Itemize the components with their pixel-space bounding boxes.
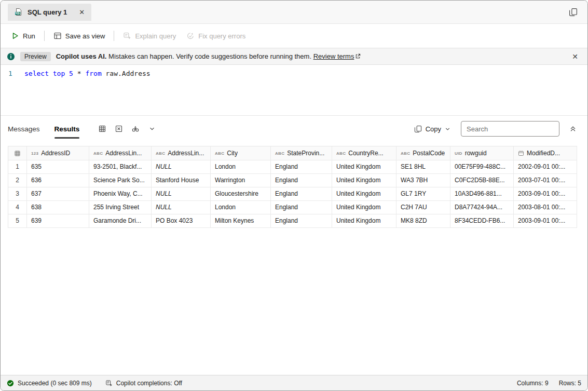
table-cell[interactable]: London — [211, 160, 271, 174]
guid-type-icon: UID — [455, 147, 462, 160]
table-cell[interactable]: 255 Irving Street — [89, 201, 152, 214]
copilot-completions-text: Copilot completions: Off — [116, 380, 182, 387]
table-cell[interactable]: United Kingdom — [332, 160, 396, 174]
table-cell[interactable]: London — [211, 201, 271, 214]
table-cell[interactable]: NULL — [152, 187, 211, 201]
table-cell[interactable]: 2003-08-01 00:... — [514, 201, 577, 214]
text-type-icon: ABC — [156, 147, 165, 160]
column-header[interactable]: ABCAddressLin... — [89, 146, 152, 160]
table-cell[interactable]: 635 — [27, 160, 89, 174]
run-button[interactable]: Run — [6, 29, 40, 43]
external-link-icon[interactable] — [355, 53, 361, 59]
column-header[interactable]: ABCPostalCode — [396, 146, 450, 160]
success-check-icon — [7, 380, 14, 387]
save-as-view-button[interactable]: Save as view — [48, 29, 111, 43]
table-cell[interactable]: 639 — [27, 214, 89, 228]
toolbar-divider — [44, 31, 45, 41]
column-header-label: City — [227, 147, 238, 160]
column-header[interactable]: 123AddressID — [27, 146, 89, 160]
table-cell[interactable]: United Kingdom — [332, 187, 396, 201]
table-cell[interactable]: C2H 7AU — [396, 201, 450, 214]
tab-sql-query[interactable]: SQL SQL query 1 ✕ — [8, 4, 91, 21]
column-header[interactable]: ABCAddressLin... — [152, 146, 211, 160]
table-cell[interactable]: England — [271, 201, 332, 214]
table-cell[interactable]: 00E75F99-488C... — [450, 160, 514, 174]
column-header[interactable]: ModifiedD... — [514, 146, 577, 160]
tab-close-icon[interactable]: ✕ — [79, 8, 85, 16]
row-number[interactable]: 5 — [8, 214, 27, 228]
table-cell[interactable]: PO Box 4023 — [152, 214, 211, 228]
table-cell[interactable]: Warrington — [211, 174, 271, 187]
table-cell[interactable]: Phoenix Way, C... — [89, 187, 152, 201]
row-number[interactable]: 2 — [8, 174, 27, 187]
tab-messages[interactable]: Messages — [8, 116, 40, 142]
results-toolbar: Messages Results Copy — [1, 116, 587, 142]
column-header[interactable]: ABCCity — [211, 146, 271, 160]
column-header[interactable]: UIDrowguid — [450, 146, 514, 160]
status-text: Succeeded (0 sec 809 ms) — [18, 380, 92, 387]
table-cell[interactable]: England — [271, 214, 332, 228]
sql-file-icon: SQL — [15, 8, 23, 16]
tab-bar: SQL SQL query 1 ✕ — [1, 1, 587, 24]
table-cell[interactable]: 636 — [27, 174, 89, 187]
row-number[interactable]: 3 — [8, 187, 27, 201]
select-all-grid-icon[interactable] — [8, 146, 27, 160]
results-grid-area: 123AddressIDABCAddressLin...ABCAddressLi… — [1, 142, 587, 375]
table-cell[interactable]: 8F34CEDD-FB6... — [450, 214, 514, 228]
row-number[interactable]: 1 — [8, 160, 27, 174]
table-row[interactable]: 5639Garamonde Dri...PO Box 4023Milton Ke… — [8, 214, 577, 228]
column-header[interactable]: ABCStateProvin... — [271, 146, 332, 160]
table-cell[interactable]: C0FC2D5B-88E... — [450, 174, 514, 187]
table-cell[interactable]: 93-2501, Blackf... — [89, 160, 152, 174]
table-cell[interactable]: NULL — [152, 201, 211, 214]
table-cell[interactable]: United Kingdom — [332, 174, 396, 187]
table-cell[interactable]: SE1 8HL — [396, 160, 450, 174]
save-as-view-label: Save as view — [65, 32, 105, 40]
row-number[interactable]: 4 — [8, 201, 27, 214]
table-row[interactable]: 4638255 Irving StreetNULLLondonEnglandUn… — [8, 201, 577, 214]
copilot-completions-item[interactable]: Copilot completions: Off — [105, 380, 182, 387]
table-cell[interactable]: D8A77424-94A... — [450, 201, 514, 214]
table-cell[interactable]: MK8 8ZD — [396, 214, 450, 228]
window-copy-icon[interactable] — [566, 5, 580, 19]
table-row[interactable]: 2636Science Park So...Stanford HouseWarr… — [8, 174, 577, 187]
code-content[interactable]: select top 5 * from raw.Address — [20, 70, 151, 115]
table-cell[interactable]: United Kingdom — [332, 214, 396, 228]
grid-view-icon[interactable] — [95, 122, 110, 136]
table-cell[interactable]: England — [271, 160, 332, 174]
table-cell[interactable]: United Kingdom — [332, 201, 396, 214]
table-cell[interactable]: England — [271, 174, 332, 187]
table-cell[interactable]: Milton Keynes — [211, 214, 271, 228]
table-cell[interactable]: GL7 1RY — [396, 187, 450, 201]
table-cell[interactable]: NULL — [152, 160, 211, 174]
collapse-pane-icon[interactable] — [566, 122, 580, 136]
tab-results[interactable]: Results — [54, 116, 80, 142]
table-cell[interactable]: 2003-09-01 00:... — [514, 187, 577, 201]
table-row[interactable]: 163593-2501, Blackf...NULLLondonEnglandU… — [8, 160, 577, 174]
table-cell[interactable]: Garamonde Dri... — [89, 214, 152, 228]
table-cell[interactable]: 10A3D496-881... — [450, 187, 514, 201]
table-cell[interactable]: Science Park So... — [89, 174, 152, 187]
review-terms-link[interactable]: Review terms — [313, 52, 354, 60]
table-cell[interactable]: Stanford House — [152, 174, 211, 187]
fix-query-errors-button[interactable]: Fix query errors — [181, 29, 251, 43]
table-cell[interactable]: England — [271, 187, 332, 201]
table-cell[interactable]: 2003-07-01 00:... — [514, 174, 577, 187]
search-input[interactable] — [461, 121, 559, 137]
table-cell[interactable]: 637 — [27, 187, 89, 201]
more-commands-chevron-icon[interactable] — [145, 122, 159, 136]
banner-close-icon[interactable]: ✕ — [569, 52, 581, 61]
code-editor[interactable]: 1 select top 5 * from raw.Address — [1, 65, 587, 116]
table-row[interactable]: 3637Phoenix Way, C...NULLGloucestershire… — [8, 187, 577, 201]
column-header[interactable]: ABCCountryRe... — [332, 146, 396, 160]
table-cell[interactable]: Gloucestershire — [211, 187, 271, 201]
explain-query-button[interactable]: Explain query — [118, 29, 181, 43]
table-cell[interactable]: WA3 7BH — [396, 174, 450, 187]
toolbar-divider — [114, 31, 114, 41]
open-in-excel-icon[interactable] — [112, 122, 126, 136]
table-cell[interactable]: 2002-09-01 00:... — [514, 160, 577, 174]
table-cell[interactable]: 638 — [27, 201, 89, 214]
inspect-binoculars-icon[interactable] — [128, 122, 143, 136]
copy-button[interactable]: Copy — [410, 123, 455, 136]
table-cell[interactable]: 2003-09-01 00:... — [514, 214, 577, 228]
